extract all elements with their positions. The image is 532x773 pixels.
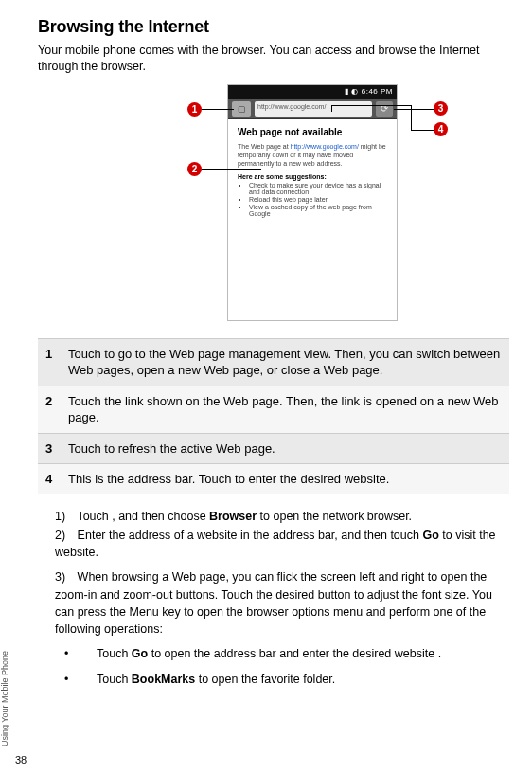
steps-block: 1) Touch , and then choose Browser to op… xyxy=(55,508,509,638)
phone-statusbar: ▮ ◐ 6:46 PM xyxy=(228,85,397,99)
callout-1: 1 xyxy=(187,102,202,117)
step-2a: 2) Enter the address of a website in the… xyxy=(55,529,422,542)
legend-num-3: 3 xyxy=(38,433,61,464)
leader-1 xyxy=(202,109,234,110)
screenshot-figure: ▮ ◐ 6:46 PM ▢ http://www.google.com/ ⟳ W… xyxy=(38,84,509,331)
legend-table: 1 Touch to go to the Web page management… xyxy=(38,338,509,494)
error-para-a: The Web page at xyxy=(238,143,291,150)
bullet-1a: Touch xyxy=(97,647,132,660)
intro-text: Your mobile phone comes with the browser… xyxy=(38,43,509,75)
bullet-list: • Touch Go to open the address bar and e… xyxy=(64,645,509,690)
legend-num-1: 1 xyxy=(38,338,61,386)
bullet-1b: to open the address bar and enter the de… xyxy=(148,647,441,660)
leader-4h xyxy=(411,130,434,131)
legend-text-2: Touch the link shown on the Web page. Th… xyxy=(61,386,509,433)
bullet-2b: to open the favorite folder. xyxy=(195,673,335,686)
error-link: http://www.google.com/ xyxy=(291,143,359,150)
bullet-1-bold: Go xyxy=(132,647,148,660)
table-row: 1 Touch to go to the Web page management… xyxy=(38,338,509,386)
side-label: Using Your Mobile Phone xyxy=(0,651,9,746)
legend-num-4: 4 xyxy=(38,464,61,494)
step-1b: to open the network browser. xyxy=(257,510,412,523)
bullet-2a: Touch xyxy=(97,673,132,686)
legend-text-3: Touch to refresh the active Web page. xyxy=(61,433,509,464)
bullet-2: • Touch BookMarks to open the favorite f… xyxy=(64,671,509,689)
step-1a: 1) Touch , and then choose xyxy=(55,510,209,523)
suggestion-2: Reload this web page later xyxy=(249,196,387,203)
step-2-bold: Go xyxy=(422,529,438,542)
callout-4: 4 xyxy=(434,122,448,136)
bullet-dot-icon: • xyxy=(64,645,97,663)
step-2: 2) Enter the address of a website in the… xyxy=(55,527,509,561)
legend-num-2: 2 xyxy=(38,386,61,433)
step-3: 3) When browsing a Web page, you can fli… xyxy=(55,568,509,638)
step-1-bold: Browser xyxy=(209,510,257,523)
table-row: 4 This is the address bar. Touch to ente… xyxy=(38,464,509,494)
step-1: 1) Touch , and then choose Browser to op… xyxy=(55,508,509,525)
leader-4v xyxy=(411,111,412,130)
suggestions-heading: Here are some suggestions: xyxy=(238,173,387,180)
suggestion-3: View a cached copy of the web page from … xyxy=(249,204,387,217)
page-title: Browsing the Internet xyxy=(38,17,509,37)
bullet-2-bold: BookMarks xyxy=(132,673,195,686)
legend-text-1: Touch to go to the Web page management v… xyxy=(61,338,509,386)
page-number: 38 xyxy=(15,754,27,765)
leader-4-bracket-l xyxy=(331,105,332,112)
table-row: 2 Touch the link shown on the Web page. … xyxy=(38,386,509,433)
table-row: 3 Touch to refresh the active Web page. xyxy=(38,433,509,464)
legend-text-4: This is the address bar. Touch to enter … xyxy=(61,464,509,494)
leader-4-bracket-r xyxy=(411,105,412,112)
callout-3: 3 xyxy=(434,101,448,116)
bullet-1: • Touch Go to open the address bar and e… xyxy=(64,645,509,663)
tabs-icon: ▢ xyxy=(232,101,251,117)
leader-2 xyxy=(202,169,261,170)
leader-4-bracket-top xyxy=(331,105,411,106)
phone-time: 6:46 PM xyxy=(362,87,393,96)
error-title: Web page not available xyxy=(238,127,387,137)
phone-page-body: Web page not available The Web page at h… xyxy=(228,119,397,225)
bullet-dot-icon: • xyxy=(64,671,97,689)
suggestion-1: Check to make sure your device has a sig… xyxy=(249,182,387,195)
callout-2: 2 xyxy=(187,162,202,176)
phone-screenshot: ▮ ◐ 6:46 PM ▢ http://www.google.com/ ⟳ W… xyxy=(227,84,398,321)
leader-4-bracket xyxy=(331,105,411,115)
